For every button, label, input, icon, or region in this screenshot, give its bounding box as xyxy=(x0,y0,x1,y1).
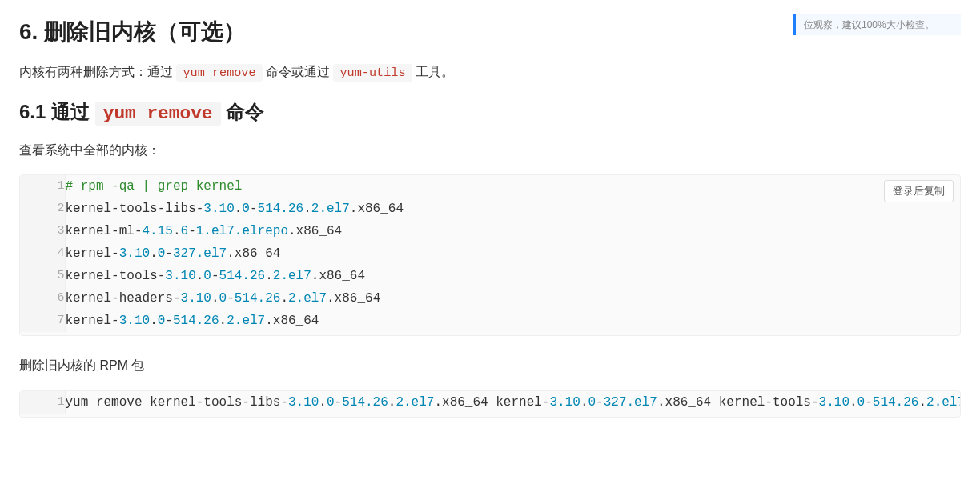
inline-code-yum-remove: yum remove xyxy=(176,64,262,82)
code-scroll-2[interactable]: 1 yum remove kernel-tools-libs-3.10.0-51… xyxy=(20,391,960,417)
code-line-7: kernel-3.10.0-514.26.2.el7.x86_64 xyxy=(66,314,319,328)
code-line-6: kernel-headers-3.10.0-514.26.2.el7.x86_6… xyxy=(66,291,381,306)
heading-6-1: 6.1 通过 yum remove 命令 xyxy=(19,97,961,128)
code-block-1: 登录后复制 1 2 3 4 5 6 7 # rpm -qa | grep ker… xyxy=(19,174,961,336)
code-line-4: kernel-3.10.0-327.el7.x86_64 xyxy=(66,246,281,261)
paragraph-delete-rpm: 删除旧内核的 RPM 包 xyxy=(19,355,961,376)
code-line-1: yum remove kernel-tools-libs-3.10.0-514.… xyxy=(66,395,961,410)
code-line-2: kernel-tools-libs-3.10.0-514.26.2.el7.x8… xyxy=(66,202,404,216)
inline-code-yum-utils: yum-utils xyxy=(333,64,412,82)
code-line-1: # rpm -qa | grep kernel xyxy=(66,179,243,194)
heading-inline-code: yum remove xyxy=(95,102,221,126)
code-line-3: kernel-ml-4.15.6-1.el7.elrepo.x86_64 xyxy=(66,224,343,238)
paragraph-view-kernels: 查看系统中全部的内核： xyxy=(19,140,961,161)
code-content: yum remove kernel-tools-libs-3.10.0-514.… xyxy=(65,391,960,414)
side-note-text: 位观察，建议100%大小检查。 xyxy=(804,19,934,30)
copy-button[interactable]: 登录后复制 xyxy=(884,180,954,202)
side-note-box: 位观察，建议100%大小检查。 xyxy=(793,14,961,35)
line-numbers: 1 xyxy=(20,391,65,414)
code-scroll-1[interactable]: 1 2 3 4 5 6 7 # rpm -qa | grep kernel ke… xyxy=(20,175,960,335)
code-line-5: kernel-tools-3.10.0-514.26.2.el7.x86_64 xyxy=(66,269,366,283)
line-numbers: 1 2 3 4 5 6 7 xyxy=(20,175,65,332)
code-content: # rpm -qa | grep kernel kernel-tools-lib… xyxy=(65,175,960,332)
code-block-2: 1 yum remove kernel-tools-libs-3.10.0-51… xyxy=(19,390,961,418)
intro-paragraph: 内核有两种删除方式：通过 yum remove 命令或通过 yum-utils … xyxy=(19,62,961,82)
